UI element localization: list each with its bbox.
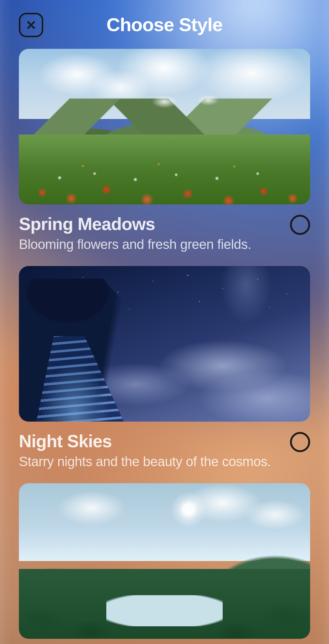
style-radio-night-skies[interactable]	[290, 432, 310, 452]
style-card-spring-meadows[interactable]: Spring Meadows Blooming flowers and fres…	[19, 49, 310, 253]
style-preview-image	[19, 49, 310, 204]
style-preview-image	[19, 483, 310, 639]
style-description: Starry nights and the beauty of the cosm…	[19, 453, 283, 470]
style-card-tropical[interactable]	[19, 483, 310, 639]
style-text: Night Skies Starry nights and the beauty…	[19, 431, 283, 470]
style-card-night-skies[interactable]: Night Skies Starry nights and the beauty…	[19, 266, 310, 470]
style-list: Spring Meadows Blooming flowers and fres…	[19, 49, 310, 639]
style-title: Spring Meadows	[19, 214, 283, 234]
style-picker-sheet: Choose Style Spring Meadows Blooming flo…	[0, 0, 329, 644]
style-meta: Night Skies Starry nights and the beauty…	[19, 422, 310, 470]
close-button[interactable]	[19, 13, 43, 37]
close-icon	[25, 19, 37, 31]
style-meta: Spring Meadows Blooming flowers and fres…	[19, 204, 310, 253]
style-preview-image	[19, 266, 310, 422]
style-text: Spring Meadows Blooming flowers and fres…	[19, 214, 283, 253]
header: Choose Style	[19, 0, 310, 49]
style-description: Blooming flowers and fresh green fields.	[19, 236, 283, 253]
page-title: Choose Style	[107, 14, 223, 35]
style-radio-spring-meadows[interactable]	[290, 215, 310, 235]
style-title: Night Skies	[19, 431, 283, 451]
